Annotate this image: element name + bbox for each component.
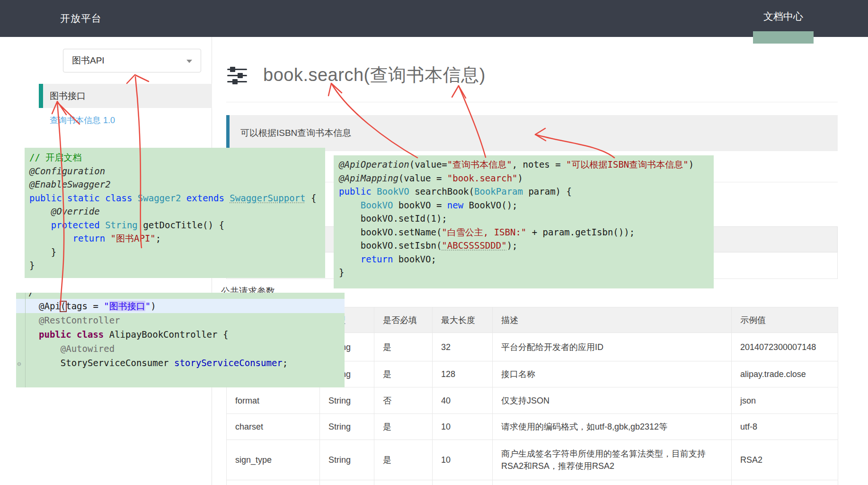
sidebar-item-label: 图书接口 bbox=[50, 84, 86, 108]
table-cell: 接口名称 bbox=[493, 361, 732, 387]
column-header: 是否必填 bbox=[374, 307, 433, 333]
code-line: public class AlipayBookController { bbox=[16, 327, 345, 341]
table-cell: 是 bbox=[374, 361, 433, 387]
sidebar-link-query-book-info[interactable]: 查询书本信息 1.0 bbox=[50, 115, 115, 126]
table-cell: 128 bbox=[433, 361, 493, 387]
chevron-down-icon bbox=[186, 60, 192, 63]
table-cell bbox=[433, 480, 493, 485]
table-cell bbox=[732, 480, 838, 485]
api-select-dropdown[interactable]: 图书API bbox=[63, 49, 201, 72]
code-line: return "图书API"; bbox=[29, 232, 325, 245]
top-navbar: 开放平台 文档中心 bbox=[0, 0, 868, 37]
code-partial-line: / bbox=[16, 293, 345, 299]
code-screenshot-controller: ⊖ /@Api(tags = "图书接口")@RestControllerpub… bbox=[16, 293, 345, 387]
code-line: @ApiMapping(value = "book.search") bbox=[339, 171, 714, 185]
code-line: } bbox=[29, 259, 325, 272]
column-header: 示例值 bbox=[732, 307, 838, 333]
brand-title: 开放平台 bbox=[60, 0, 102, 37]
notice-bar: 可以根据ISBN查询书本信息 bbox=[226, 115, 838, 151]
table-cell: 商户生成签名字符串所使用的签名算法类型，目前支持RSA2和RSA，推荐使用RSA… bbox=[493, 440, 732, 480]
table-row bbox=[227, 480, 838, 485]
code-line: @EnableSwagger2 bbox=[29, 178, 325, 191]
code-line: @Autowired bbox=[16, 341, 345, 356]
table-row: sign_typeString是10商户生成签名字符串所使用的签名算法类型，目前… bbox=[227, 440, 838, 480]
code-line: @Api(tags = "图书接口") bbox=[16, 299, 345, 313]
table-row: formatString否40仅支持JSONjson bbox=[227, 387, 838, 414]
table-cell: String bbox=[320, 387, 374, 414]
api-select-value: 图书API bbox=[72, 49, 105, 72]
table-cell: String bbox=[320, 440, 374, 480]
code-screenshot-swagger-config: // 开启文档@Configuration@EnableSwagger2publ… bbox=[25, 148, 325, 278]
code-line: // 开启文档 bbox=[29, 151, 325, 164]
fold-marker-icon: ⊖ bbox=[17, 360, 21, 368]
table-cell: alipay.trade.close bbox=[732, 361, 838, 387]
table-cell: 请求使用的编码格式，如utf-8,gbk,gb2312等 bbox=[493, 414, 732, 440]
table-cell bbox=[227, 480, 320, 485]
table-cell: sign_type bbox=[227, 440, 320, 480]
code-line: bookVO.setIsbn("ABCSSSSDDD"); bbox=[339, 239, 714, 252]
table-cell: String bbox=[320, 414, 374, 440]
table-cell: 10 bbox=[433, 440, 493, 480]
code-line: @RestController bbox=[16, 313, 345, 327]
table-cell: 平台分配给开发者的应用ID bbox=[493, 333, 732, 361]
nav-item-doc-center[interactable]: 文档中心 bbox=[753, 0, 814, 37]
code-line: bookVO.setId(1); bbox=[339, 212, 714, 225]
table-cell: 2014072300007148 bbox=[732, 333, 838, 361]
table-cell: 40 bbox=[433, 387, 493, 414]
table-cell: format bbox=[227, 387, 320, 414]
table-cell: json bbox=[732, 387, 838, 414]
code-line: public static class Swagger2 extends Swa… bbox=[29, 191, 325, 205]
code-line: bookVO.setName("白雪公主, ISBN:" + param.get… bbox=[339, 225, 714, 239]
table-cell: 32 bbox=[433, 333, 493, 361]
code-line: public BookVO searchBook(BookParam param… bbox=[339, 185, 714, 198]
table-cell: 否 bbox=[374, 387, 433, 414]
sliders-icon bbox=[227, 67, 247, 85]
table-cell: 是 bbox=[374, 414, 433, 440]
code-line: } bbox=[29, 245, 325, 259]
code-line: protected String getDocTitle() { bbox=[29, 218, 325, 232]
code-line: @Override bbox=[29, 205, 325, 218]
sidebar-item-book-group[interactable]: 图书接口 bbox=[39, 84, 212, 108]
table-cell bbox=[493, 480, 732, 485]
table-cell: 是 bbox=[374, 333, 433, 361]
table-cell: 是 bbox=[374, 440, 433, 480]
code-line: BookVO bookVO = new BookVO(); bbox=[339, 198, 714, 212]
table-cell bbox=[320, 480, 374, 485]
code-line: return bookVO; bbox=[339, 252, 714, 266]
table-cell: RSA2 bbox=[732, 440, 838, 480]
notice-text: 可以根据ISBN查询书本信息 bbox=[240, 115, 351, 151]
table-cell: 10 bbox=[433, 414, 493, 440]
column-header: 最大长度 bbox=[433, 307, 493, 333]
table-cell: 仅支持JSON bbox=[493, 387, 732, 414]
code-line: @ApiOperation(value="查询书本信息", notes = "可… bbox=[339, 158, 714, 171]
page-title: book.search(查询书本信息) bbox=[263, 64, 486, 85]
table-row: charsetString是10请求使用的编码格式，如utf-8,gbk,gb2… bbox=[227, 414, 838, 440]
code-screenshot-search-book: @ApiOperation(value="查询书本信息", notes = "可… bbox=[334, 155, 714, 288]
divider bbox=[226, 102, 838, 102]
active-item-accent-bar bbox=[39, 84, 43, 108]
code-line: @Configuration bbox=[29, 164, 325, 178]
table-cell: utf-8 bbox=[732, 414, 838, 440]
code-line: StoryServiceConsumer storyServiceConsume… bbox=[16, 356, 345, 370]
code-line: } bbox=[339, 266, 714, 279]
column-header: 描述 bbox=[493, 307, 732, 333]
table-cell bbox=[374, 480, 433, 485]
table-cell: charset bbox=[227, 414, 320, 440]
